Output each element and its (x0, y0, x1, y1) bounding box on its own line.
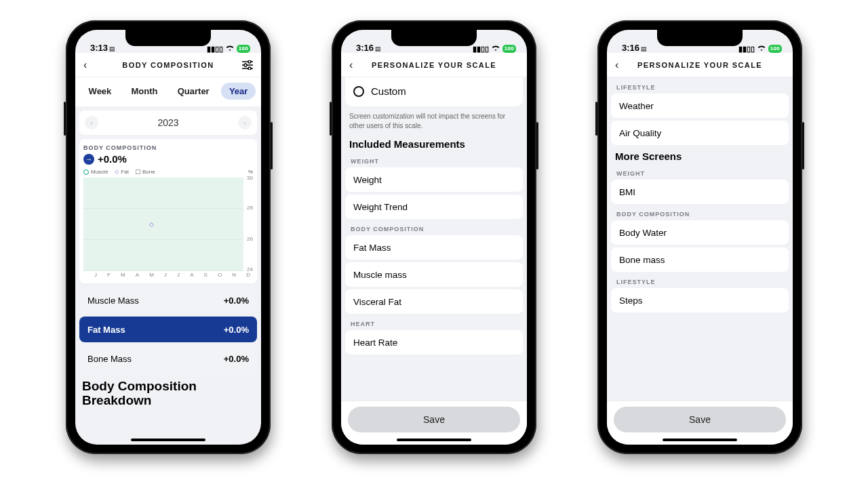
item-fat-mass[interactable]: Fat Mass (345, 235, 523, 260)
item-bmi[interactable]: BMI (611, 180, 789, 204)
row-label: Fat Mass (87, 325, 125, 335)
radio-unchecked-icon (353, 86, 364, 97)
notch (657, 30, 743, 46)
group-body-composition: BODY COMPOSITION (611, 208, 789, 220)
save-button[interactable]: Save (614, 407, 786, 432)
item-air-quality[interactable]: Air Quality (611, 121, 789, 145)
tab-year[interactable]: Year (221, 83, 256, 100)
back-button[interactable]: ‹ (615, 59, 627, 71)
row-muscle-mass[interactable]: Muscle Mass +0.0% (79, 287, 257, 313)
item-visceral-fat[interactable]: Visceral Fat (345, 289, 523, 314)
battery-icon: 100 (768, 45, 782, 53)
legend-muscle: Muscle (83, 169, 108, 175)
total-delta: +0.0% (98, 153, 127, 165)
home-indicator (397, 439, 471, 441)
legend-bone: Bone (136, 169, 155, 175)
row-label: Bone Mass (87, 354, 132, 364)
phone-2: 3:16▤ ▮▮▯▯ 100 ‹ PERSONALIZE YOUR SCALE … (332, 20, 536, 454)
signal-icon: ▮▮▯▯ (207, 45, 223, 53)
nav-header: ‹ PERSONALIZE YOUR SCALE (607, 53, 793, 77)
row-bone-mass[interactable]: Bone Mass +0.0% (79, 346, 257, 371)
notch (125, 30, 211, 46)
row-value: +0.0% (224, 296, 249, 306)
tab-quarter[interactable]: Quarter (170, 83, 218, 100)
svg-point-1 (248, 60, 251, 63)
data-point-fat: ◇ (149, 221, 154, 228)
back-button[interactable]: ‹ (349, 59, 361, 71)
item-weather[interactable]: Weather (611, 94, 789, 118)
group-lifestyle-top: LIFESTYLE (611, 81, 789, 94)
phone-3: 3:16▤ ▮▮▯▯ 100 ‹ PERSONALIZE YOUR SCALE … (597, 20, 802, 454)
year-picker: ‹ 2023 › (79, 110, 257, 135)
ytick-24: 24 (247, 266, 253, 272)
wifi-icon (491, 45, 500, 53)
ytick-30: 30 (247, 175, 253, 181)
signal-icon: ▮▮▯▯ (473, 45, 489, 53)
save-button[interactable]: Save (348, 407, 520, 432)
row-fat-mass[interactable]: Fat Mass +0.0% (79, 317, 257, 342)
notch (391, 30, 477, 46)
item-heart-rate[interactable]: Heart Rate (345, 330, 523, 354)
row-label: Muscle Mass (87, 296, 139, 306)
item-body-water[interactable]: Body Water (611, 220, 789, 245)
home-indicator (663, 439, 737, 441)
group-heart: HEART (345, 318, 523, 330)
ytick-28: 28 (247, 205, 253, 211)
item-weight[interactable]: Weight (345, 167, 523, 192)
item-steps[interactable]: Steps (611, 288, 789, 312)
year-label: 2023 (157, 117, 178, 128)
phone-1: 3:13▤ ▮▮▯▯ 100 ‹ BODY COMPOSITION We (66, 20, 271, 454)
battery-icon: 100 (237, 45, 250, 53)
group-weight: WEIGHT (611, 167, 789, 180)
battery-icon: 100 (502, 45, 516, 53)
section-more-screens: More Screens (611, 149, 789, 167)
legend-fat: Fat (115, 169, 129, 175)
page-title: BODY COMPOSITION (96, 61, 241, 69)
breakdown-title: Body Composition Breakdown (82, 380, 254, 408)
option-label: Custom (371, 85, 406, 97)
list-settings-button[interactable] (241, 60, 253, 70)
tab-week[interactable]: Week (81, 83, 120, 100)
status-time: 3:16 (356, 43, 374, 53)
alarm-icon: ▤ (109, 45, 115, 52)
ytick-26: 26 (247, 236, 253, 242)
chart-legend: Muscle Fat Bone % (83, 169, 253, 175)
chart-area[interactable]: 30 28 26 24 ◇ (83, 178, 253, 271)
option-custom[interactable]: Custom (352, 81, 516, 102)
page-title: PERSONALIZE YOUR SCALE (361, 61, 507, 69)
svg-point-5 (248, 67, 251, 70)
alarm-icon: ▤ (375, 45, 381, 52)
group-body-composition: BODY COMPOSITION (345, 223, 523, 235)
year-next-button[interactable]: › (238, 116, 252, 129)
x-axis-months: JF MA MJ JA SO ND (83, 272, 253, 278)
item-muscle-mass[interactable]: Muscle mass (345, 262, 523, 287)
trend-arrow-icon: → (83, 154, 94, 165)
home-indicator (131, 439, 205, 441)
item-bone-mass[interactable]: Bone mass (611, 247, 789, 272)
nav-header: ‹ BODY COMPOSITION (75, 53, 261, 77)
legend-unit: % (248, 169, 253, 175)
page-title: PERSONALIZE YOUR SCALE (627, 61, 772, 69)
section-included: Included Measurements (345, 137, 523, 155)
range-tabs: Week Month Quarter Year (75, 77, 261, 106)
year-prev-button[interactable]: ‹ (85, 116, 98, 129)
row-value: +0.0% (224, 325, 249, 335)
alarm-icon: ▤ (641, 45, 647, 52)
nav-header: ‹ PERSONALIZE YOUR SCALE (341, 53, 527, 77)
status-time: 3:13 (90, 43, 108, 53)
chart-section-label: BODY COMPOSITION (83, 144, 253, 151)
row-value: +0.0% (224, 354, 249, 364)
signal-icon: ▮▮▯▯ (738, 45, 755, 53)
customization-caption: Screen customization will not impact the… (345, 112, 523, 137)
wifi-icon (757, 45, 766, 53)
status-time: 3:16 (622, 43, 639, 53)
back-button[interactable]: ‹ (83, 59, 96, 71)
group-weight: WEIGHT (345, 155, 523, 167)
item-weight-trend[interactable]: Weight Trend (345, 195, 523, 219)
wifi-icon (225, 45, 235, 53)
group-lifestyle: LIFESTYLE (611, 276, 789, 288)
chart-card: BODY COMPOSITION → +0.0% Muscle Fat Bone… (79, 139, 257, 283)
tab-month[interactable]: Month (123, 83, 166, 100)
svg-point-3 (244, 64, 247, 66)
